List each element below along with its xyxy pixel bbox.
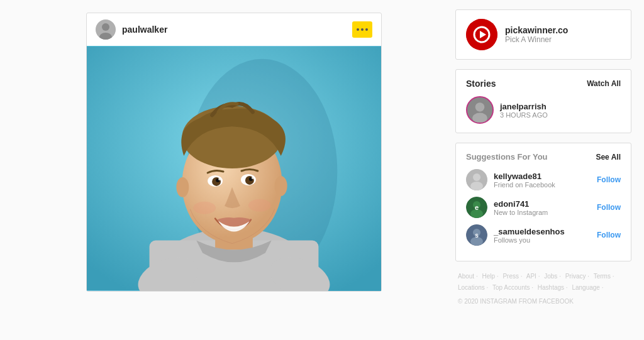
footer-link-api[interactable]: API	[526, 273, 540, 280]
suggestion-username-0[interactable]: kellywade81	[494, 172, 591, 181]
footer-links: About Help Press API Jobs Privacy Terms …	[455, 271, 631, 307]
dot-2	[361, 28, 364, 31]
svg-point-18	[193, 202, 216, 214]
post-card: paulwalker	[86, 13, 382, 292]
footer-link-top-accounts[interactable]: Top Accounts	[492, 284, 533, 291]
suggestions-card: Suggestions For You See All kellywade81 …	[455, 143, 631, 261]
suggestion-avatar-0	[466, 169, 487, 190]
post-username[interactable]: paulwalker	[122, 25, 167, 35]
suggestion-avatar-1: e	[466, 197, 487, 218]
suggestion-info-1: edoni741 New to Instagram	[494, 199, 591, 216]
footer-link-language[interactable]: Language	[572, 284, 603, 291]
follow-button-0[interactable]: Follow	[597, 175, 621, 184]
suggestion-reason-0: Friend on Facebook	[494, 181, 591, 189]
svg-text:s: s	[475, 232, 479, 239]
footer-link-jobs[interactable]: Jobs	[544, 273, 561, 280]
suggestion-item-1: e edoni741 New to Instagram Follow	[466, 197, 621, 218]
sidebar: pickawinner.co Pick A Winner Stories Wat…	[443, 0, 644, 340]
brand-info: pickawinner.co Pick A Winner	[505, 25, 568, 44]
svg-point-1	[102, 23, 109, 31]
footer-link-about[interactable]: About	[458, 273, 478, 280]
story-time: 3 HOURS AGO	[500, 111, 548, 119]
suggestion-reason-2: Follows you	[494, 236, 591, 244]
svg-point-29	[472, 113, 487, 123]
brand-name[interactable]: pickawinner.co	[505, 25, 568, 35]
brand-logo	[466, 19, 497, 50]
svg-point-21	[275, 176, 287, 196]
watch-all-button[interactable]: Watch All	[587, 79, 621, 88]
svg-point-19	[248, 199, 271, 212]
story-avatar[interactable]	[466, 96, 494, 124]
main-area: paulwalker	[0, 0, 443, 340]
story-item: janelparrish 3 HOURS AGO	[466, 96, 621, 124]
svg-point-16	[218, 178, 221, 180]
story-info: janelparrish 3 HOURS AGO	[500, 102, 548, 119]
suggestions-header: Suggestions For You See All	[466, 152, 621, 162]
story-username[interactable]: janelparrish	[500, 102, 548, 111]
suggestion-item-0: kellywade81 Friend on Facebook Follow	[466, 169, 621, 190]
suggestion-avatar-2: s	[466, 224, 487, 246]
post-photo-svg	[87, 46, 381, 291]
footer-link-privacy[interactable]: Privacy	[565, 273, 589, 280]
svg-point-20	[176, 177, 189, 197]
suggestion-username-1[interactable]: edoni741	[494, 199, 591, 209]
suggestion-item-2: s _samueldesenhos Follows you Follow	[466, 224, 621, 246]
footer-link-locations[interactable]: Locations	[458, 284, 488, 291]
brand-tagline: Pick A Winner	[505, 35, 568, 44]
footer-link-hashtags[interactable]: Hashtags	[538, 284, 568, 291]
footer-copyright: © 2020 INSTAGRAM FROM FACEBOOK	[458, 296, 629, 307]
stories-title: Stories	[466, 79, 496, 89]
svg-text:e: e	[475, 204, 479, 211]
brand-card: pickawinner.co Pick A Winner	[455, 9, 631, 60]
dot-1	[357, 28, 359, 31]
footer-link-help[interactable]: Help	[482, 273, 498, 280]
suggestion-info-2: _samueldesenhos Follows you	[494, 227, 591, 244]
svg-point-31	[473, 173, 480, 181]
post-avatar	[96, 19, 116, 40]
stories-header: Stories Watch All	[466, 79, 621, 89]
footer-link-press[interactable]: Press	[502, 273, 522, 280]
suggestion-info-0: kellywade81 Friend on Facebook	[494, 172, 591, 189]
svg-point-28	[475, 102, 485, 112]
follow-button-2[interactable]: Follow	[597, 231, 621, 239]
dot-3	[365, 28, 368, 31]
footer-link-terms[interactable]: Terms	[594, 273, 614, 280]
post-header: paulwalker	[87, 13, 381, 46]
post-header-left: paulwalker	[96, 19, 167, 40]
suggestions-title: Suggestions For You	[466, 152, 548, 162]
follow-button-1[interactable]: Follow	[597, 203, 621, 212]
stories-card: Stories Watch All janelparrish 3 HOURS A…	[455, 69, 631, 133]
post-image	[87, 46, 381, 291]
suggestion-reason-1: New to Instagram	[494, 209, 591, 216]
svg-point-32	[470, 182, 483, 190]
svg-point-17	[252, 177, 254, 179]
suggestion-username-2[interactable]: _samueldesenhos	[494, 227, 591, 236]
post-more-button[interactable]	[352, 21, 372, 38]
see-all-button[interactable]: See All	[596, 153, 621, 162]
